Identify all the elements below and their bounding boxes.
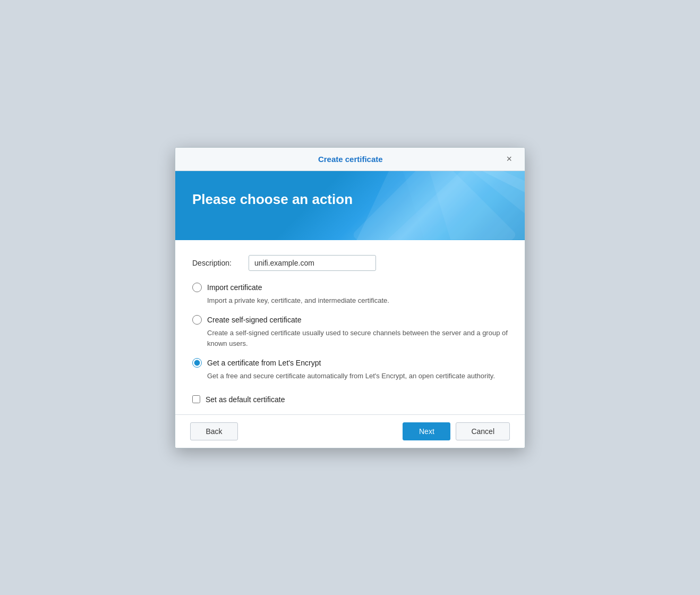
close-button[interactable]: ×	[503, 153, 515, 165]
default-cert-checkbox[interactable]	[192, 395, 200, 403]
option-letsencrypt-row: Get a certificate from Let's Encrypt	[192, 358, 508, 368]
cancel-button[interactable]: Cancel	[456, 422, 510, 440]
option-selfsigned-desc: Create a self-signed certificate usually…	[207, 328, 508, 348]
dialog-title: Create certificate	[198, 155, 503, 164]
dialog-body: Description: Import certificate Import a…	[175, 240, 525, 414]
description-row: Description:	[192, 255, 508, 271]
back-button[interactable]: Back	[190, 422, 238, 440]
footer-right: Next Cancel	[403, 422, 510, 440]
option-selfsigned-row: Create self-signed certificate	[192, 315, 508, 325]
option-import-radio[interactable]	[192, 283, 202, 292]
option-letsencrypt-group: Get a certificate from Let's Encrypt Get…	[192, 358, 508, 381]
description-label: Description:	[192, 259, 240, 267]
default-cert-label[interactable]: Set as default certificate	[206, 395, 285, 404]
option-import-desc: Import a private key, certificate, and i…	[207, 295, 508, 306]
default-cert-row: Set as default certificate	[192, 395, 508, 404]
option-letsencrypt-radio[interactable]	[192, 358, 202, 368]
option-selfsigned-radio[interactable]	[192, 315, 202, 325]
dialog-footer: Back Next Cancel	[175, 414, 525, 448]
option-selfsigned-group: Create self-signed certificate Create a …	[192, 315, 508, 348]
option-import-row: Import certificate	[192, 283, 508, 292]
option-letsencrypt-desc: Get a free and secure certificate automa…	[207, 371, 508, 381]
next-button[interactable]: Next	[403, 422, 450, 440]
option-import-group: Import certificate Import a private key,…	[192, 283, 508, 306]
options-list: Import certificate Import a private key,…	[192, 283, 508, 404]
dialog-overlay: Create certificate × Please choose an ac…	[0, 0, 700, 595]
footer-left: Back	[190, 422, 238, 440]
dialog-titlebar: Create certificate ×	[175, 148, 525, 171]
create-certificate-dialog: Create certificate × Please choose an ac…	[175, 147, 525, 448]
option-selfsigned-label[interactable]: Create self-signed certificate	[207, 316, 301, 324]
header-heading: Please choose an action	[192, 191, 508, 208]
svg-marker-4	[482, 171, 525, 192]
option-import-label[interactable]: Import certificate	[207, 283, 262, 292]
dialog-header-banner: Please choose an action	[175, 171, 525, 240]
description-input[interactable]	[249, 255, 376, 271]
option-letsencrypt-label[interactable]: Get a certificate from Let's Encrypt	[207, 359, 321, 367]
